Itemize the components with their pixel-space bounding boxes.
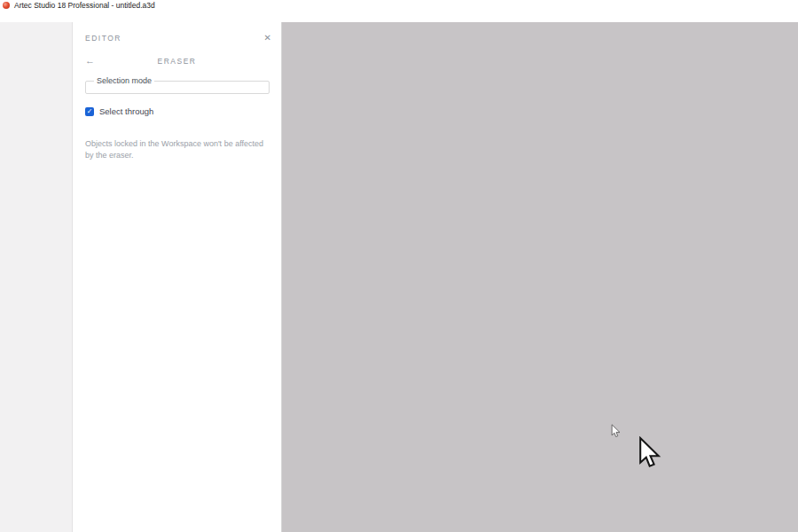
editor-panel-title: EDITOR: [85, 34, 121, 43]
3d-viewport[interactable]: [282, 22, 798, 532]
menu-bar: [0, 11, 798, 22]
point-cloud-canvas[interactable]: [282, 22, 798, 532]
select-through-label: Select through: [99, 106, 153, 116]
back-arrow-icon[interactable]: ←: [85, 56, 99, 66]
sidebar: [0, 22, 73, 532]
window-title: Artec Studio 18 Professional - untitled.…: [14, 1, 155, 10]
eraser-note: Objects locked in the Workspace won't be…: [85, 138, 269, 161]
selection-mode-legend: Selection mode: [94, 76, 154, 85]
title-bar: Artec Studio 18 Professional - untitled.…: [0, 0, 798, 11]
editor-panel: EDITOR ✕ ← ERASER Selection mode ✓ Selec…: [73, 22, 282, 532]
app-icon: [3, 2, 10, 9]
selection-mode-group: Selection mode: [85, 76, 270, 94]
application-window: Artec Studio 18 Professional - untitled.…: [0, 0, 798, 532]
select-through-checkbox[interactable]: ✓ Select through: [85, 106, 281, 116]
tool-title: ERASER: [99, 57, 254, 66]
checkbox-check-icon: ✓: [85, 107, 94, 116]
close-icon[interactable]: ✕: [264, 34, 271, 43]
